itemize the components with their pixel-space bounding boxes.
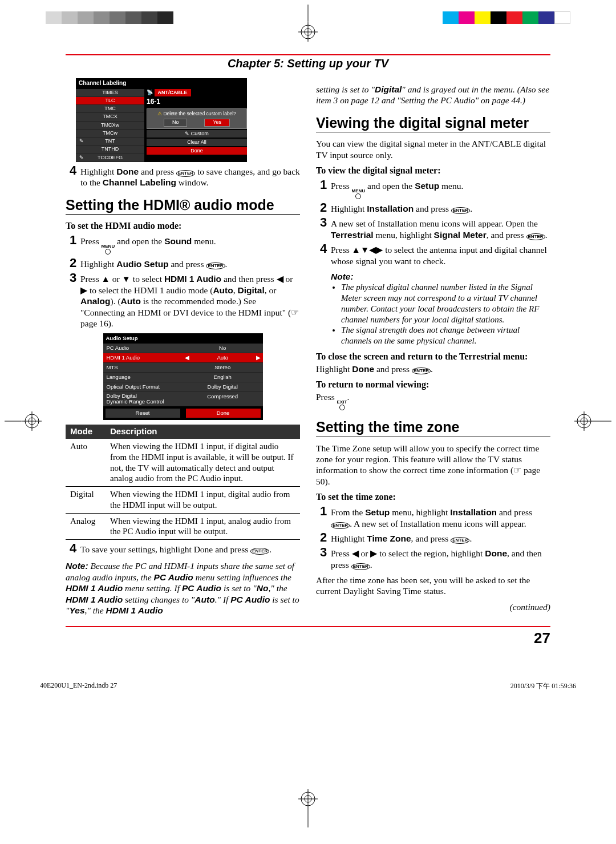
dialog-text: Delete the selected custom label? [163,111,236,116]
list-item: The physical digital channel number list… [341,282,550,325]
ant-label: ANT/CABLE [155,89,191,96]
list-item: TNTHD [76,146,144,154]
body-text: You can view the digital signal meter in… [316,138,550,160]
row-value: English [186,374,260,381]
menu-icon: MENU [352,189,366,199]
list-item: TOCDEFG [76,154,144,162]
delete-dialog: ⚠ Delete the selected custom label? No Y… [147,108,247,129]
subheading: To return to normal viewing: [316,379,550,390]
row-label: PC Audio [107,345,186,352]
list-item: TMC [76,105,144,113]
step-3: 3Press ◀ or ▶ to select the region, high… [316,546,550,570]
audio-setup-screenshot: Audio Setup PC AudioNo HDMI 1 Audio◀Auto… [103,333,263,420]
page-content: Chapter 5: Setting up your TV Channel La… [66,54,550,647]
subheading: To set the HDMI audio mode: [66,220,300,232]
enter-icon: ENTER [176,170,195,177]
step-2: 2Highlight Installation and press ENTER. [316,201,550,214]
step-3: 3A new set of Installation menu icons wi… [316,216,550,240]
body-text: Highlight Done and press ENTER. [316,364,550,374]
section-hdmi-audio: Setting the HDMI® audio mode [66,197,300,215]
column-left: Channel Labeling TIMES TLC TMC TMCX TMCX… [66,78,300,616]
row-label: Dolby DigitalDynamic Range Control [107,393,186,405]
step-2: 2Highlight Time Zone, and press ENTER. [316,531,550,544]
channel-number: 16-1 [147,98,247,106]
note-list: The physical digital channel number list… [331,282,550,346]
enter-icon: ENTER [451,207,470,214]
step-2: 2Highlight Audio Setup and press ENTER. [66,257,300,269]
yes-button: Yes [204,119,230,126]
enter-icon: ENTER [526,233,545,240]
row-label: Language [107,374,186,381]
calibration-bar-left [46,11,173,24]
continued-label: (continued) [316,601,550,612]
print-footer: 40E200U1_EN-2nd.indb 27 2010/3/9 下午 01:5… [40,681,576,691]
list-item: The signal strength does not change betw… [341,325,550,346]
body-text: After the time zone has been set, you wi… [316,575,550,597]
step-4: 4 Highlight Done and press ENTER to save… [66,164,300,188]
enter-icon: ENTER [206,263,225,269]
list-item: TNT [76,138,144,146]
reset-button: Reset [106,409,180,418]
step-1: 1Press MENU and open the Sound menu. [66,234,300,255]
list-item: TMCw [76,130,144,138]
header-rule [66,54,550,55]
enter-icon: ENTER [331,522,350,529]
step-3: 3Press ▲ or ▼ to select HDMI 1 Audio and… [66,272,300,329]
body-text: The Time Zone setup will allow you to sp… [316,443,550,487]
column-right: setting is set to "Digital" and is graye… [316,78,550,616]
note-continuation: setting is set to "Digital" and is graye… [316,84,550,106]
row-value: No [186,345,260,352]
clear-option: Clear All [147,139,247,146]
done-button: Done [186,409,261,418]
menu-icon: MENU [102,244,115,255]
section-signal-meter: Viewing the digital signal meter [316,115,550,133]
step-1: 1From the Setup menu, highlight Installa… [316,505,550,529]
enter-icon: ENTER [412,368,431,374]
row-value: ◀Auto▶ [186,354,260,361]
list-item: TLC [76,97,144,105]
table-cell: When viewing the HDMI 1 input, analog au… [106,513,300,540]
mode-table: ModeDescription AutoWhen viewing the HDM… [66,425,300,540]
table-cell: When viewing the HDMI 1 input, digital a… [106,487,300,514]
table-cell: Analog [66,513,106,540]
table-cell: When viewing the HDMI 1 input, if digita… [106,439,300,487]
ss-title: Audio Setup [103,333,263,344]
channel-labeling-screenshot: Channel Labeling TIMES TLC TMC TMCX TMCX… [76,78,247,162]
subheading: To set the time zone: [316,491,550,503]
row-label: HDMI 1 Audio [107,354,186,361]
custom-option: ✎ Custom [147,130,247,138]
row-label: MTS [107,364,186,371]
subheading: To view the digital signal meter: [316,165,550,176]
table-header: Description [106,425,300,439]
registration-mark-right [572,407,611,438]
no-button: No [164,119,188,126]
row-value: Dolby Digital [186,383,260,390]
page-footer: 27 [66,626,550,647]
row-label: Optical Output Format [107,383,186,390]
section-time-zone: Setting the time zone [316,419,550,437]
note-text: Note: Because the PC and HDMI-1 inputs s… [66,560,300,616]
list-item: TMCXw [76,122,144,130]
ss-title: Channel Labeling [76,78,247,89]
body-text: Press EXIT. [316,391,550,410]
exit-icon: EXIT [337,400,347,410]
step-1: 1Press MENU and open the Setup menu. [316,179,550,199]
footer-file: 40E200U1_EN-2nd.indb 27 [40,681,117,691]
step-4b: 4To save your settings, highlight Done a… [66,542,300,555]
list-item: TIMES [76,89,144,97]
row-value: Compressed [186,393,260,405]
enter-icon: ENTER [351,563,370,570]
page-number: 27 [66,629,550,647]
step-4: 4Press ▲▼◀▶ to select the antenna input … [316,243,550,266]
subheading: To close the screen and return to the Te… [316,351,550,362]
enter-icon: ENTER [451,537,469,544]
enter-icon: ENTER [250,548,269,555]
footer-date: 2010/3/9 下午 01:59:36 [510,681,576,691]
registration-mark-left [5,407,44,438]
chapter-title: Chapter 5: Setting up your TV [66,57,550,70]
table-header: Mode [66,425,106,439]
registration-mark-top [294,5,322,45]
note-label: Note: [331,272,354,281]
calibration-bar-right [443,11,570,24]
table-cell: Auto [66,439,106,487]
